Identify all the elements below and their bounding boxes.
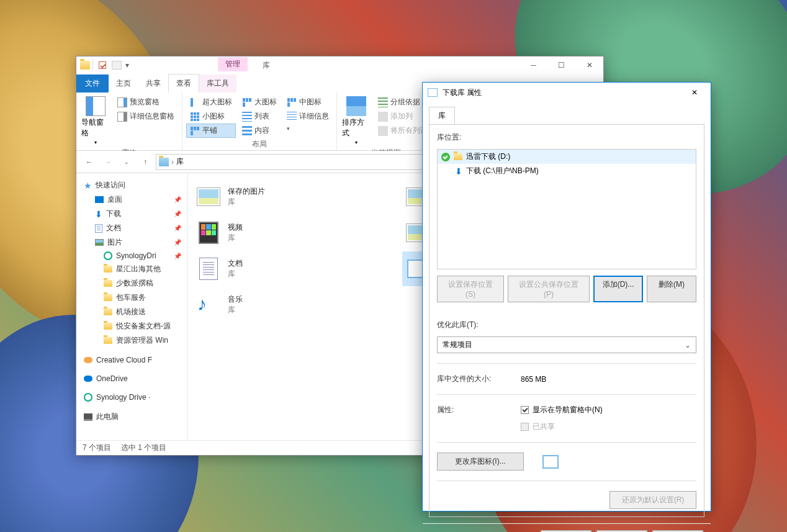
tree-downloads[interactable]: ⬇下载📌 — [76, 207, 187, 221]
restore-defaults-button[interactable]: 还原为默认设置(R) — [609, 491, 696, 509]
pin-icon: 📌 — [174, 196, 181, 203]
qat-new-folder-icon[interactable] — [112, 61, 122, 70]
folder-icon — [104, 266, 112, 273]
close-button[interactable]: ✕ — [575, 56, 603, 74]
optimize-combobox[interactable]: 常规项目 ⌄ — [437, 336, 696, 353]
desktop-icon — [95, 196, 104, 203]
tree-folder[interactable]: 悦安备案文档-源 — [76, 319, 187, 333]
minimize-button[interactable]: ─ — [519, 56, 547, 74]
tab-lib-tools[interactable]: 库工具 — [199, 74, 236, 92]
tab-library[interactable]: 库 — [429, 107, 455, 124]
library-item[interactable]: 文档库 — [193, 251, 390, 286]
view-content-button[interactable]: 内容 — [238, 124, 281, 138]
details-pane-button[interactable]: 详细信息窗格 — [114, 109, 178, 124]
libraries-icon — [159, 158, 169, 166]
view-medium-button[interactable]: 中图标 — [283, 95, 333, 109]
xlarge-icons-icon — [190, 97, 200, 107]
tab-share[interactable]: 共享 — [138, 74, 168, 92]
creative-cloud-icon — [84, 357, 92, 363]
folder-icon — [104, 280, 112, 287]
tree-synology-drive[interactable]: Synology Drive · — [76, 391, 187, 404]
up-button[interactable]: ↑ — [137, 154, 153, 170]
qat-properties-icon[interactable] — [96, 58, 109, 72]
folder-icon — [104, 294, 112, 301]
photo-library-icon — [197, 188, 220, 205]
ribbon-context-label: 管理 — [218, 57, 248, 71]
view-detail-button[interactable]: 详细信息 — [283, 109, 333, 124]
tab-file[interactable]: 文件 — [76, 74, 109, 92]
remove-location-button[interactable]: 删除(M) — [647, 276, 696, 302]
optimize-label: 优化此库(T): — [437, 320, 696, 330]
nav-pane-button[interactable]: 导航窗格 ▾ — [80, 95, 111, 147]
nav-pane-icon — [86, 96, 106, 116]
tree-folder[interactable]: 机场接送 — [76, 305, 187, 319]
set-public-save-button[interactable]: 设置公共保存位置(P) — [508, 276, 590, 302]
details-icon — [287, 112, 297, 122]
folder-icon — [104, 337, 112, 344]
tree-quick-access[interactable]: ★快速访问 — [76, 178, 187, 192]
preview-pane-button[interactable]: 预览窗格 — [114, 95, 178, 109]
tree-onedrive[interactable]: OneDrive — [76, 372, 187, 385]
pin-icon: 📌 — [174, 253, 181, 259]
chevron-down-icon: ⌄ — [685, 341, 691, 349]
folder-icon — [104, 309, 112, 315]
tiles-icon — [190, 126, 200, 136]
pin-icon: 📌 — [174, 210, 181, 217]
size-label: 库中文件的大小: — [437, 374, 521, 384]
qat-customize-dropdown[interactable]: ▾ — [124, 58, 130, 72]
view-small-button[interactable]: 小图标 — [186, 109, 236, 124]
tree-folder[interactable]: 包车服务 — [76, 291, 187, 305]
add-column-icon — [378, 112, 388, 122]
add-location-button[interactable]: 添加(D)... — [593, 276, 643, 302]
layout-more-button[interactable]: ▾ — [283, 124, 333, 133]
titlebar[interactable]: ▾ 管理 库 ─ ☐ ✕ — [76, 56, 603, 74]
group-icon — [378, 97, 388, 107]
shared-checkbox: 已共享 — [521, 422, 555, 432]
tree-pictures[interactable]: 图片📌 — [76, 235, 187, 250]
forward-button[interactable]: → — [100, 154, 116, 170]
properties-dialog: 下载库 属性 ✕ 库 库位置: 迅雷下载 (D:) ⬇ 下载 (C:\用户\NB… — [422, 82, 711, 512]
tree-folder[interactable]: 少数派撰稿 — [76, 276, 187, 291]
navigation-pane[interactable]: ★快速访问 桌面📌 ⬇下载📌 文档📌 图片📌 SynologyDri📌 星汇出海… — [76, 173, 188, 440]
library-item[interactable]: 视频库 — [193, 215, 390, 250]
dialog-title: 下载库 属性 — [443, 88, 482, 98]
tree-folder[interactable]: 星汇出海其他 — [76, 262, 187, 276]
folder-icon — [104, 323, 112, 330]
tree-folder[interactable]: 资源管理器 Win — [76, 333, 187, 348]
library-item[interactable]: 保存的图片库 — [193, 179, 390, 214]
library-item[interactable]: 音乐库 — [193, 287, 390, 322]
size-columns-icon — [378, 126, 388, 136]
back-button[interactable]: ← — [81, 154, 97, 170]
recent-dropdown[interactable]: ⌄ — [119, 154, 135, 170]
tree-this-pc[interactable]: 此电脑 — [76, 410, 187, 424]
locations-list[interactable]: 迅雷下载 (D:) ⬇ 下载 (C:\用户\NB-PM) — [437, 149, 696, 269]
view-tiles-button[interactable]: 平铺 — [186, 124, 236, 138]
view-xlarge-button[interactable]: 超大图标 — [186, 95, 236, 109]
dialog-titlebar[interactable]: 下载库 属性 ✕ — [423, 83, 711, 102]
app-icon — [80, 61, 90, 70]
pin-icon: 📌 — [174, 225, 181, 232]
location-item[interactable]: ⬇ 下载 (C:\用户\NB-PM) — [438, 164, 696, 178]
tree-documents[interactable]: 文档📌 — [76, 221, 187, 235]
list-icon — [242, 112, 252, 122]
medium-icons-icon — [287, 97, 297, 107]
dialog-close-button[interactable]: ✕ — [683, 83, 706, 102]
tree-creative-cloud[interactable]: Creative Cloud F — [76, 354, 187, 366]
breadcrumb-item[interactable]: 库 — [176, 156, 184, 167]
default-check-icon — [441, 153, 450, 161]
set-save-location-button[interactable]: 设置保存位置(S) — [437, 276, 504, 302]
pin-icon: 📌 — [174, 239, 181, 246]
tree-desktop[interactable]: 桌面📌 — [76, 192, 187, 207]
maximize-button[interactable]: ☐ — [547, 56, 575, 74]
change-icon-button[interactable]: 更改库图标(I)... — [437, 453, 524, 471]
document-library-icon — [199, 258, 218, 280]
tree-folder[interactable]: SynologyDri📌 — [76, 250, 187, 262]
tab-view[interactable]: 查看 — [168, 74, 199, 93]
sort-button[interactable]: 排序方式 ▾ — [341, 95, 372, 147]
download-icon: ⬇ — [95, 209, 102, 219]
view-large-button[interactable]: 大图标 — [238, 95, 281, 109]
location-item[interactable]: 迅雷下载 (D:) — [438, 150, 696, 164]
tab-home[interactable]: 主页 — [109, 74, 138, 92]
show-in-nav-checkbox[interactable]: 显示在导航窗格中(N) — [521, 405, 603, 415]
view-list-button[interactable]: 列表 — [238, 109, 281, 124]
